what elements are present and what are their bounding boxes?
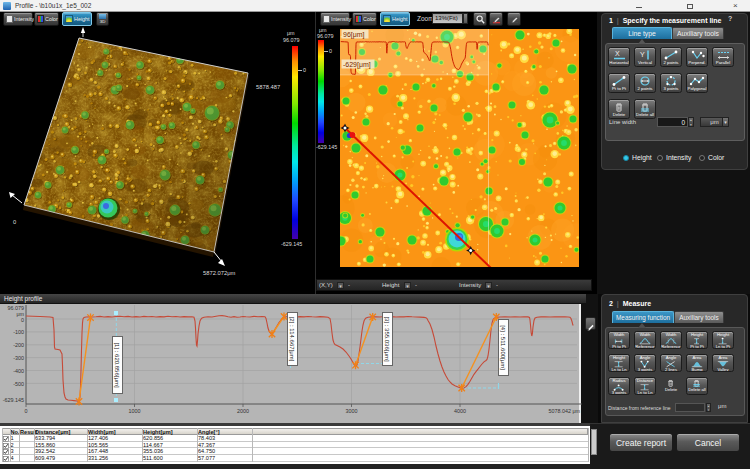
svg-text:-629.145: -629.145	[3, 397, 24, 403]
svg-text:3000: 3000	[346, 408, 358, 414]
svg-text:1000: 1000	[129, 408, 141, 414]
svg-text:0: 0	[21, 317, 24, 323]
svg-text:-500: -500	[13, 381, 24, 387]
svg-text:-400: -400	[13, 368, 24, 374]
svg-text:-200: -200	[13, 342, 24, 348]
svg-text:Y: Y	[640, 51, 645, 58]
svg-text:5078.042 μm: 5078.042 μm	[548, 408, 580, 414]
svg-text:96[μm]: 96[μm]	[343, 31, 365, 39]
svg-text:X: X	[615, 50, 620, 57]
svg-text:0: 0	[25, 408, 28, 414]
svg-text:-300: -300	[13, 355, 24, 361]
svg-text:-100: -100	[13, 329, 24, 335]
svg-text:-629[μm]: -629[μm]	[343, 61, 371, 69]
svg-text:4000: 4000	[454, 408, 466, 414]
svg-text:2000: 2000	[237, 408, 249, 414]
